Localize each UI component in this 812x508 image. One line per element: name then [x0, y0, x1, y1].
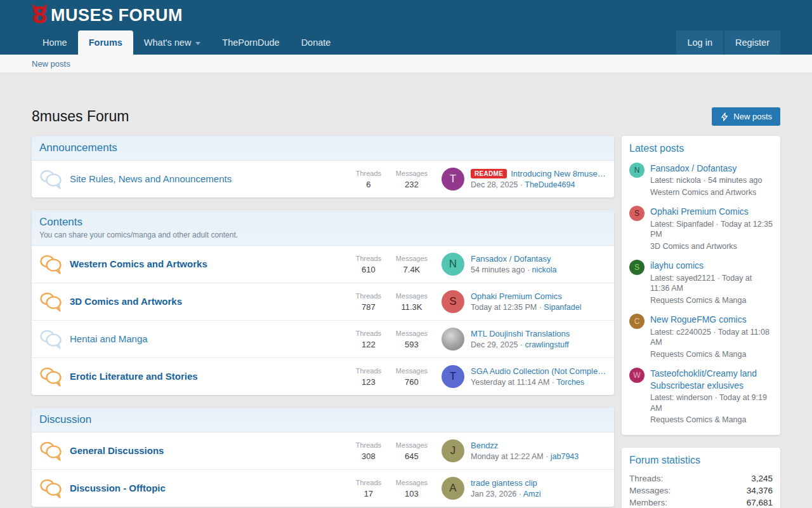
nav-spacer — [341, 30, 675, 55]
messages-label: Messages — [396, 367, 428, 375]
forum-title-link[interactable]: Discussion - Offtopic — [70, 483, 166, 493]
nav-item-whats-new[interactable]: What's new — [133, 30, 212, 55]
latest-date: Yesterday at 11:14 AM — [471, 378, 549, 387]
messages-label: Messages — [396, 441, 428, 449]
latest-user-link[interactable]: jab7943 — [551, 452, 579, 461]
avatar[interactable]: T — [442, 168, 464, 190]
forum-list: Announcements Site Rules, News and Annou… — [32, 136, 614, 508]
messages-count: 645 — [396, 451, 428, 461]
latest-thread-link[interactable]: Ophaki Premium Comics — [650, 206, 773, 217]
latest-forum: Requests Comics & Manga — [650, 295, 773, 306]
latest-thread-link[interactable]: Tasteofchoklit/Creamy land Subscribestar… — [650, 368, 773, 391]
comments-icon — [39, 441, 62, 461]
forum-statistics-title: Forum statistics — [622, 448, 780, 472]
stat-label: Messages: — [629, 486, 671, 495]
category-title[interactable]: Announcements — [39, 142, 117, 154]
forum-row[interactable]: General Discussions Threads308 Messages6… — [32, 432, 614, 469]
category-header: Announcements — [32, 136, 614, 161]
latest-thread-link[interactable]: trade giantess clip — [471, 478, 537, 488]
latest-post: N Fansadox / Dofantasy 54 minutes ago · … — [442, 253, 606, 276]
list-item: S Ophaki Premium Comics Latest: Sipanfad… — [622, 202, 780, 256]
forum-title-link[interactable]: Western Comics and Artworks — [70, 258, 207, 269]
comments-icon — [39, 169, 62, 189]
latest-posts-widget: Latest posts N Fansadox / Dofantasy Late… — [622, 136, 780, 435]
forum-row[interactable]: Site Rules, News and Announcements Threa… — [32, 161, 614, 197]
subnav-new-posts-link[interactable]: New posts — [32, 59, 70, 69]
forum-row[interactable]: 3D Comics and Artworks Threads787 Messag… — [32, 283, 614, 320]
avatar[interactable]: S — [442, 290, 464, 313]
threads-count: 6 — [353, 180, 384, 189]
category-contents: Contents You can share your comics/manga… — [32, 210, 614, 395]
forum-title-link[interactable]: Site Rules, News and Announcements — [70, 173, 232, 184]
avatar[interactable]: S — [629, 260, 645, 275]
comments-icon — [39, 254, 62, 274]
latest-user-link[interactable]: Torches — [556, 378, 584, 387]
latest-forum: 3D Comics and Artworks — [650, 241, 773, 252]
page-title: 8muses Forum — [32, 108, 129, 125]
bolt-icon — [720, 112, 729, 121]
latest-post: T SGA Audio Collection (Not Complet... Y… — [442, 365, 606, 388]
forum-row[interactable]: Hentai and Manga Threads122 Messages593 … — [32, 320, 614, 358]
latest-post: J Bendzz Monday at 12:22 AM · jab7943 — [442, 439, 606, 462]
latest-user-link[interactable]: Amzi — [523, 490, 541, 498]
threads-count: 123 — [353, 377, 384, 387]
latest-user-link[interactable]: crawlingstuff — [525, 340, 568, 349]
latest-user-link[interactable]: Sipanfadel — [544, 303, 581, 312]
latest-thread-link[interactable]: MTL Doujinshi Translations — [471, 329, 570, 338]
forum-stats: Threads123 Messages760 — [353, 367, 428, 387]
forum-row[interactable]: Discussion - Offtopic Threads17 Messages… — [32, 469, 614, 507]
latest-user-link[interactable]: TheDude4694 — [525, 180, 575, 189]
latest-post: S Ophaki Premium Comics Today at 12:35 P… — [442, 290, 606, 313]
latest-meta: Latest: sayed2121 · Today at 11:36 AM — [650, 273, 773, 294]
site-logo[interactable]: 8 MUSES FORUM — [32, 6, 183, 25]
latest-thread-link[interactable]: Ophaki Premium Comics — [471, 291, 562, 301]
chevron-down-icon — [195, 42, 200, 45]
stat-row-threads: Threads: 3,245 — [622, 472, 780, 485]
latest-thread-link[interactable]: Fansadox / Dofantasy — [650, 163, 763, 174]
latest-meta: Latest: nickola · 54 minutes ago — [650, 175, 763, 186]
avatar[interactable]: N — [442, 253, 464, 276]
messages-label: Messages — [396, 255, 428, 262]
nav-item-home[interactable]: Home — [32, 30, 78, 55]
latest-thread-link[interactable]: Bendzz — [471, 441, 498, 450]
new-posts-button[interactable]: New posts — [712, 107, 780, 126]
nav-item-donate[interactable]: Donate — [291, 30, 342, 55]
category-title[interactable]: Discussion — [39, 413, 91, 426]
messages-count: 103 — [396, 489, 428, 498]
avatar[interactable]: W — [629, 368, 645, 383]
category-title[interactable]: Contents — [39, 216, 82, 229]
latest-thread-link[interactable]: ilayhu comics — [650, 260, 773, 271]
avatar[interactable]: N — [629, 163, 645, 178]
category-description: You can share your comics/manga and othe… — [39, 231, 606, 239]
latest-forum: Western Comics and Artworks — [650, 187, 763, 198]
avatar[interactable]: A — [442, 477, 464, 500]
nav-item-theporndude[interactable]: ThePornDude — [211, 30, 290, 55]
login-button[interactable]: Log in — [676, 30, 723, 55]
stat-value: 67,681 — [747, 498, 773, 507]
avatar[interactable]: T — [442, 365, 464, 388]
forum-title-link[interactable]: Hentai and Manga — [70, 333, 148, 344]
avatar[interactable]: S — [629, 206, 645, 221]
forum-title-link[interactable]: 3D Comics and Artworks — [70, 296, 182, 307]
threads-label: Threads — [353, 441, 384, 449]
register-button[interactable]: Register — [724, 30, 780, 55]
forum-title-link[interactable]: General Discussions — [70, 445, 164, 456]
nav-item-forums[interactable]: Forums — [78, 30, 133, 55]
new-posts-button-label: New posts — [733, 112, 772, 121]
latest-date: Dec 29, 2025 — [471, 340, 518, 349]
forum-row[interactable]: Erotic Literature and Stories Threads123… — [32, 358, 614, 395]
category-discussion: Discussion General Discussions Threads30… — [32, 408, 614, 507]
latest-thread-link[interactable]: SGA Audio Collection (Not Complet... — [471, 366, 606, 376]
latest-thread-link[interactable]: Fansadox / Dofantasy — [471, 254, 551, 264]
avatar[interactable]: J — [442, 439, 464, 462]
forum-title-link[interactable]: Erotic Literature and Stories — [70, 371, 198, 382]
avatar[interactable] — [442, 328, 464, 351]
latest-user-link[interactable]: nickola — [532, 265, 557, 274]
avatar[interactable]: C — [629, 314, 645, 329]
forum-stats: Threads308 Messages645 — [353, 441, 428, 461]
latest-thread-link[interactable]: New RogueFMG comics — [650, 314, 773, 325]
logo-eight-icon: 8 — [32, 6, 48, 25]
latest-thread-link[interactable]: Introducing New 8muses ... — [511, 169, 606, 178]
messages-count: 11.3K — [396, 302, 428, 312]
forum-row[interactable]: Western Comics and Artworks Threads610 M… — [32, 246, 614, 283]
